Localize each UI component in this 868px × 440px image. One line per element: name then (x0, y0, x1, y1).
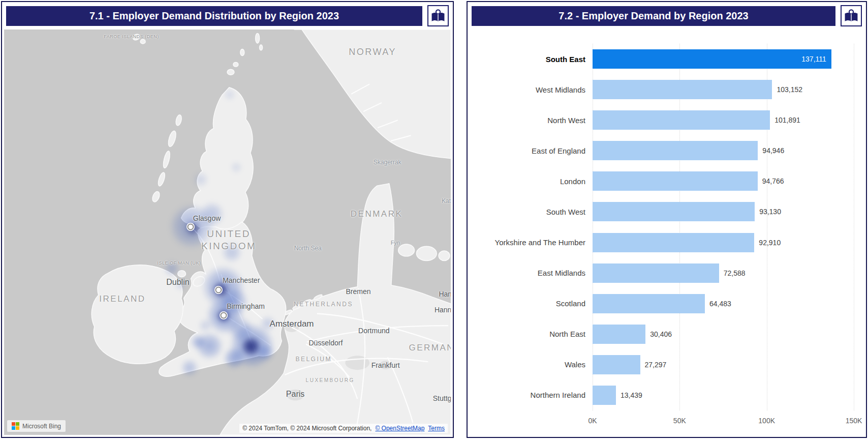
bar-wales[interactable] (593, 355, 640, 374)
bar-north-west[interactable] (593, 110, 770, 130)
category-label-scotland: Scotland (556, 299, 585, 308)
map-attribution: © 2024 TomTom, © 2024 Microsoft Corporat… (239, 424, 448, 433)
bar-east-of-england[interactable] (593, 141, 758, 160)
bar-london[interactable] (593, 171, 758, 191)
category-label-east-midlands: East Midlands (538, 269, 585, 277)
attribution-text: © 2024 TomTom, © 2024 Microsoft Corporat… (242, 425, 371, 432)
country-label: NORWAY (349, 46, 396, 58)
category-label-east-of-england: East of England (532, 146, 585, 155)
city-marker-manchester[interactable] (215, 286, 222, 293)
value-label-south-east: 137,111 (801, 55, 826, 63)
category-label-yorkshire-and-the-humber: Yorkshire and The Humber (495, 238, 585, 247)
category-label-northern-ireland: Northern Ireland (531, 391, 585, 399)
bar-track: 30,406 (593, 325, 854, 344)
bar-northern-ireland[interactable] (593, 386, 616, 405)
bar-scotland[interactable] (593, 294, 705, 313)
country-label: NETHERLANDS (294, 301, 353, 308)
city-label: Stuttgart (433, 394, 451, 402)
value-label-east-midlands: 72,588 (724, 269, 746, 277)
city-label: Bremen (346, 287, 371, 296)
category-label-london: London (560, 177, 585, 186)
value-label-wales: 27,297 (645, 361, 667, 369)
country-label: LUXEMBOURG (306, 377, 355, 384)
bar-row-south-west: South West93,130 (593, 196, 854, 227)
bar-east-midlands[interactable] (593, 263, 719, 283)
organization-logo-icon (843, 8, 859, 24)
value-label-yorkshire-and-the-humber: 92,910 (759, 239, 781, 247)
bar-track: 64,483 (593, 294, 854, 313)
organization-logo-icon (430, 8, 446, 24)
plot-area: South East137,111West Midlands103,152Nor… (593, 44, 854, 410)
bar-south-east[interactable]: 137,111 (593, 49, 831, 69)
city-label: Birmingham (227, 302, 265, 310)
water-label: Kattegat (442, 197, 451, 204)
map-label-layer: NORWAYDENMARKUNITED KINGDOMIRELANDNETHER… (4, 30, 451, 435)
bar-north-east[interactable] (593, 325, 645, 344)
bar-track: 103,152 (593, 80, 854, 99)
bar-rows: South East137,111West Midlands103,152Nor… (593, 44, 854, 410)
bar-chart-title: 7.2 - Employer Demand by Region 2023 (472, 6, 835, 26)
terms-link[interactable]: Terms (428, 425, 445, 432)
map-visual-panel: 7.1 - Employer Demand Distribution by Re… (1, 1, 454, 438)
bar-row-west-midlands: West Midlands103,152 (593, 74, 854, 105)
category-label-north-east: North East (549, 330, 585, 338)
category-label-wales: Wales (565, 360, 585, 369)
bar-track: 13,439 (593, 386, 854, 405)
bar-chart-panel: 7.2 - Employer Demand by Region 2023 Sou… (467, 1, 867, 438)
city-label: Düsseldorf (308, 339, 343, 347)
map-panel-header: 7.1 - Employer Demand Distribution by Re… (2, 2, 453, 28)
bing-map[interactable]: NORWAYDENMARKUNITED KINGDOMIRELANDNETHER… (4, 30, 451, 435)
category-label-west-midlands: West Midlands (536, 85, 585, 94)
bar-row-south-east: South East137,111 (593, 44, 854, 74)
bar-row-east-of-england: East of England94,946 (593, 135, 854, 166)
x-tick-0K: 0K (588, 417, 597, 425)
city-label: Frankfurt (371, 361, 400, 369)
city-label: Dublin (166, 278, 189, 287)
bar-row-yorkshire-and-the-humber: Yorkshire and The Humber92,910 (593, 227, 854, 257)
bar-yorkshire-and-the-humber[interactable] (593, 233, 754, 252)
value-label-london: 94,766 (762, 177, 784, 185)
bar-track: 92,910 (593, 233, 854, 252)
bar-row-scotland: Scotland64,483 (593, 288, 854, 319)
report-logo (841, 5, 862, 26)
x-tick-50K: 50K (673, 417, 686, 425)
bar-chart: South East137,111West Midlands103,152Nor… (468, 28, 866, 437)
bar-west-midlands[interactable] (593, 80, 772, 99)
gridline-150K (854, 44, 854, 410)
x-axis: 0K50K100K150K (593, 410, 854, 431)
microsoft-logo-icon (12, 422, 19, 430)
city-label: Glasgow (193, 214, 221, 222)
category-label-south-east: South East (546, 55, 585, 64)
openstreetmap-link[interactable]: © OpenStreetMap (375, 425, 424, 432)
x-tick-150K: 150K (846, 417, 862, 425)
value-label-north-east: 30,406 (650, 330, 672, 338)
bar-row-london: London94,766 (593, 166, 854, 196)
bar-track: 72,588 (593, 263, 854, 283)
city-marker-glasgow[interactable] (187, 224, 194, 230)
bar-track: 27,297 (593, 355, 854, 374)
city-label: Paris (286, 390, 304, 399)
water-label: Fyn (391, 240, 400, 246)
bar-track: 94,946 (593, 141, 854, 160)
value-label-east-of-england: 94,946 (762, 146, 784, 155)
bar-row-east-midlands: East Midlands72,588 (593, 258, 854, 288)
minor-label: FAROE ISLANDS (DEN) (104, 34, 159, 39)
country-label: IRELAND (99, 294, 145, 304)
bar-row-wales: Wales27,297 (593, 349, 854, 380)
country-label: BELGIUM (295, 355, 332, 363)
city-label: Manchester (223, 276, 260, 284)
bar-row-north-east: North East30,406 (593, 319, 854, 349)
water-label: Skagerrak (374, 159, 401, 166)
report-logo (427, 5, 449, 26)
country-label: DENMARK (351, 209, 403, 219)
bing-logo[interactable]: Microsoft Bing (7, 420, 66, 432)
city-label: Hamburg (439, 290, 451, 298)
bar-track: 94,766 (593, 171, 854, 191)
value-label-south-west: 93,130 (759, 208, 781, 216)
city-marker-birmingham[interactable] (221, 312, 227, 318)
city-label: Dortmund (358, 327, 389, 335)
water-label: North Sea (294, 245, 322, 252)
bar-chart-header: 7.2 - Employer Demand by Region 2023 (468, 2, 866, 28)
bar-south-west[interactable] (593, 202, 755, 221)
value-label-northern-ireland: 13,439 (621, 391, 642, 399)
